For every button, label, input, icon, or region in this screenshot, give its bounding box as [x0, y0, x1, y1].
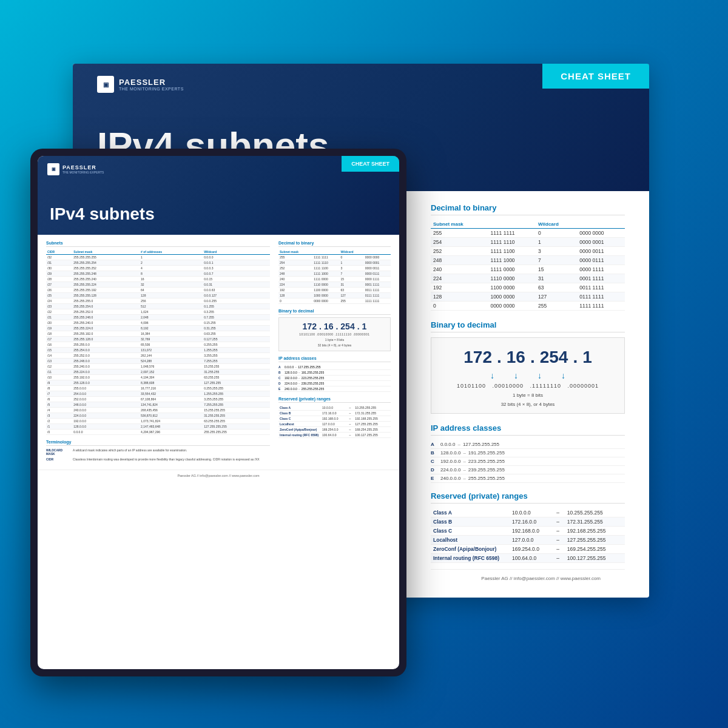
ip-class-row: E240.0.0.0–255.255.255.255	[278, 386, 391, 392]
tablet-binary-line: 10101100 .00010000 .11111110 .00000001	[283, 332, 386, 336]
back-binary-line: 10101100 .00010000 .11111110 .00000001	[437, 383, 618, 389]
tablet-paessler-icon: ▣	[47, 163, 59, 175]
back-reserved-section: Reserved (private) ranges Class A10.0.0.…	[431, 491, 625, 563]
ip-class-row: A0.0.0.0–127.255.255.255	[278, 365, 391, 370]
ip-class-row: A0.0.0.0–127.255.255.255	[431, 440, 625, 449]
ip-class-row: D224.0.0.0–239.255.255.255	[278, 381, 391, 386]
tablet-inner: ▣ PAESSLER THE MONITORING EXPERTS CHEAT …	[38, 156, 399, 669]
tablet-terminology: Terminology WILDCARD MASKA wildcard mask…	[46, 440, 270, 462]
table-row: /5248.0.0.0134,741,8247.255.255.255	[46, 402, 270, 408]
back-reserved-title: Reserved (private) ranges	[431, 491, 625, 504]
tablet-brand-name: PAESSLER	[62, 164, 104, 170]
back-byte-info: 1 byte = 8 bits	[437, 393, 618, 398]
table-row: /1128.0.0.02,147,483,648127.255.255.255	[46, 424, 270, 430]
tablet-footer: Paessler AG // info@paessler.com // www.…	[38, 470, 399, 481]
table-row: /3224.0.0.0536,870,91231.255.255.255	[46, 413, 270, 419]
table-row: /16255.255.0.065,5360.255.255	[46, 342, 270, 348]
table-row: /15255.254.0.0131,0721.255.255	[46, 348, 270, 353]
bn-4: 1	[582, 348, 592, 367]
table-row: /21255.255.248.02,0480.7.255	[46, 315, 270, 320]
table-row: /10255.192.0.04,194,30463.255.255	[46, 375, 270, 380]
tablet-dec-binary-title: Decimal to binary	[278, 241, 391, 247]
tablet-ip-classes-section: IP address classes A0.0.0.0–127.255.255.…	[278, 356, 391, 392]
table-row: /23255.255.254.05120.1.255	[46, 304, 270, 309]
table-row: /24255.255.255.02560.0.0.255	[46, 298, 270, 304]
tablet-decbin-body: 2551111 111100000 00002541111 111010000 …	[278, 255, 391, 304]
tablet-reserved-section: Reserved (private) ranges Class A10.0.0.…	[278, 397, 391, 438]
back-arrows: ↓ ↓ ↓ ↓	[437, 371, 618, 380]
back-ip-classes-section: IP address classes A0.0.0.0–127.255.255.…	[431, 423, 625, 483]
table-row: Class B172.16.0.0–172.31.255.255	[431, 517, 625, 527]
back-binary-decimal-section: Binary to decimal 172 . 16 . 254 . 1 ↓	[431, 320, 625, 414]
table-row: /11255.224.0.02,097,15231.255.255	[46, 369, 270, 375]
col-sm-bin	[488, 220, 536, 229]
table-row: /12255.240.0.01,048,57615.255.255	[46, 364, 270, 369]
tablet-binary-box: 172 . 16 . 254 . 1 10101100 .00010000 .1…	[278, 317, 391, 351]
tablet-header: ▣ PAESSLER THE MONITORING EXPERTS CHEAT …	[38, 156, 399, 235]
table-row: /8255.0.0.016,777,2160.255.255.255	[46, 386, 270, 391]
back-bin-decimal-title: Binary to decimal	[431, 320, 625, 332]
table-row: Localhost127.0.0.0–127.255.255.255	[278, 422, 391, 427]
front-document: ▣ PAESSLER THE MONITORING EXPERTS CHEAT …	[30, 149, 406, 676]
term-row: CIDRClassless Interdomain routing was de…	[46, 457, 270, 462]
table-row: /26255.255.255.192640.0.0.63	[46, 288, 270, 293]
tablet-title: IPv4 subnets	[50, 204, 155, 224]
back-binary-box: 172 . 16 . 254 . 1 ↓ ↓ ↓ ↓	[431, 337, 625, 414]
table-row: /19255.255.224.08,1920.31.255	[46, 326, 270, 331]
back-brand-name: PAESSLER	[119, 78, 184, 87]
table-row: 2241110 0000310001 1111	[278, 282, 391, 288]
term-row: WILDCARD MASKA wildcard mask indicates w…	[46, 448, 270, 456]
back-ip-classes-title: IP address classes	[431, 423, 625, 436]
table-row: /18255.255.192.016,3840.63.255	[46, 331, 270, 337]
table-row: /4240.0.0.0268,435,45615.255.255.255	[46, 408, 270, 413]
ip-class-row: D224.0.0.0–239.255.255.255	[431, 466, 625, 474]
ip-class-row: B128.0.0.0–191.255.255.255	[431, 449, 625, 457]
table-row: Class A10.0.0.0–10.255.255.255	[431, 508, 625, 517]
tablet-reserved-table: Class A10.0.0.0–10.255.255.255Class B172…	[278, 405, 391, 438]
scene: ▣ PAESSLER THE MONITORING EXPERTS CHEAT …	[30, 46, 698, 682]
tablet-content: Subnets CIDR Subnet mask # of addresses …	[38, 235, 399, 470]
table-row: 00000 00002551111 1111	[431, 302, 625, 311]
table-row: /00.0.0.04,294,967,296255.255.255.255	[46, 430, 270, 435]
tablet-binary-numbers: 172 . 16 . 254 . 1	[283, 322, 386, 331]
table-row: 2481111 100070000 0111	[431, 256, 625, 265]
table-row: 2541111 111010000 0001	[431, 238, 625, 247]
table-row: /6252.0.0.067,108,8643.255.255.255	[46, 397, 270, 402]
col-wc: Wildcard	[536, 220, 577, 229]
tablet-bits-info: 32 bits (4 × 8), or 4 bytes	[283, 343, 386, 347]
table-row: 1921100 0000630011 1111	[431, 283, 625, 292]
bn-2: 16	[507, 348, 525, 367]
back-footer: Paessler AG // info@paessler.com // www.…	[431, 569, 625, 587]
table-row: /29255.255.255.24880.0.0.7	[46, 271, 270, 277]
table-row: /32255.255.255.25510.0.0.0	[46, 255, 270, 260]
table-row: 2481111 100070000 0111	[278, 271, 391, 277]
back-dec-binary-table: Subnet mask Wildcard 2551111 111100000 0…	[431, 220, 625, 311]
ip-class-row: E240.0.0.0–255.255.255.255	[431, 474, 625, 483]
back-brand-sub: THE MONITORING EXPERTS	[119, 87, 184, 91]
table-row: 2551111 111100000 0000	[431, 229, 625, 238]
ip-class-row: C192.0.0.0–223.255.255.255	[278, 376, 391, 381]
tablet-subnets-table: CIDR Subnet mask # of addresses Wildcard…	[46, 249, 270, 435]
table-row: /31255.255.255.25420.0.0.1	[46, 260, 270, 266]
back-cheat-badge: CHEAT SHEET	[542, 64, 649, 89]
table-row: Internal routing (RFC 6598)100.64.0.0–10…	[278, 433, 391, 438]
table-row: /27255.255.255.224320.0.31	[46, 282, 270, 288]
tablet-brand-sub: THE MONITORING EXPERTS	[62, 170, 104, 174]
table-row: Class B172.16.0.0–172.31.255.255	[278, 411, 391, 416]
back-paessler-icon: ▣	[97, 76, 114, 93]
table-row: /25255.255.255.1281280.0.0.127	[46, 293, 270, 298]
tablet-col-right: Decimal to binary Subnet mask Wildcard 2…	[278, 241, 391, 463]
table-row: Internal routing (RFC 6598)100.64.0.0–10…	[431, 554, 625, 563]
back-dec-binary-title: Decimal to binary	[431, 203, 625, 215]
table-row: Localhost127.0.0.0–127.255.255.255	[431, 536, 625, 545]
table-row: 2401111 0000150000 1111	[431, 265, 625, 274]
table-row: /13255.248.0.0524,2887.255.255	[46, 359, 270, 364]
table-row: /30255.255.255.25240.0.0.3	[46, 266, 270, 271]
table-row: Class A10.0.0.0–10.255.255.255	[278, 405, 391, 411]
table-row: /28255.255.255.240160.0.15	[46, 277, 270, 282]
back-logo-area: ▣ PAESSLER THE MONITORING EXPERTS	[97, 76, 184, 93]
table-row: /9255.128.0.08,388,608127.255.255	[46, 380, 270, 386]
table-row: Class C192.168.0.0–192.168.255.255	[431, 527, 625, 536]
tablet-binary-decimal-section: Binary to decimal 172 . 16 . 254 . 1	[278, 309, 391, 351]
table-row: 2521111 110030000 0011	[278, 266, 391, 271]
